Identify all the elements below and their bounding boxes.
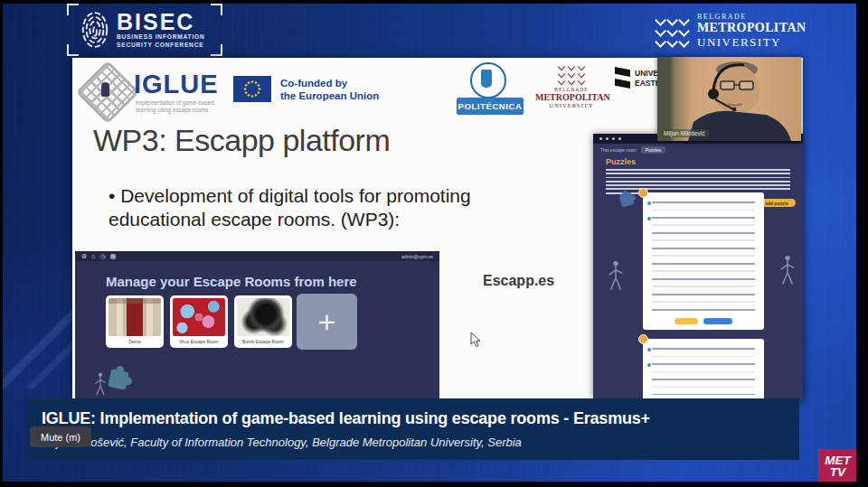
puzzle-form-card (643, 192, 764, 330)
talk-title: IGLUE: Implementation of game-based lear… (42, 409, 650, 428)
bmu-slide-line2: METROPOLITAN (535, 92, 608, 102)
corner-bracket (67, 44, 79, 56)
eu-stars-icon (233, 76, 271, 102)
mouse-cursor-icon (470, 332, 482, 348)
submit-puzzle-button[interactable] (703, 318, 732, 324)
room-card-label: Bomb Escape Room (237, 339, 289, 344)
corner-bracket (211, 4, 222, 15)
lower-third-banner: IGLUE: Implementation of game-based lear… (25, 398, 799, 460)
add-room-button[interactable]: + (297, 294, 357, 350)
escapp-puzzles-window: This escape room Puzzles Puzzles add puz… (593, 134, 803, 400)
window-dot-icon[interactable] (606, 137, 609, 140)
frame-bar-right (856, 0, 868, 487)
window-dot-icon[interactable] (599, 137, 602, 140)
room-thumbnail-virus (173, 298, 225, 336)
corner-bracket (67, 4, 79, 15)
home-icon[interactable]: ⌂ (91, 253, 95, 259)
bisec-title: BISEC (117, 11, 205, 33)
field-status-icon (647, 201, 651, 205)
eu-cofunded-line2: the European Union (280, 89, 379, 102)
room-card-label: Virus Escape Room (173, 339, 225, 344)
window-dot-icon[interactable] (618, 137, 621, 140)
puzzles-heading: Puzzles (606, 157, 636, 166)
slide-title: WP3: Escapp platform (93, 123, 390, 158)
form-fields-skeleton[interactable] (652, 348, 755, 395)
escape-room-card-virus[interactable]: Virus Escape Room (170, 295, 228, 348)
puzzles-description-text (606, 169, 790, 192)
escapp-rooms-screenshot: ⚙ ⌂ ◷ ▦ admin@upm.es Manage your Escape … (75, 251, 439, 400)
breadcrumb-current-tab[interactable]: Puzzles (641, 146, 666, 154)
stick-figure-icon (608, 258, 624, 295)
bmu-chevrons-icon (655, 14, 690, 47)
fingerprint-icon (80, 8, 110, 52)
field-status-icon (647, 363, 651, 367)
bmu-line1: BELGRADE (697, 13, 806, 21)
video-frame: BISEC BUSINESS INFORMATION SECURITY CONF… (0, 0, 868, 487)
stick-figure-icon (93, 372, 108, 398)
bmu-slide-logo: BELGRADE METROPOLITAN UNIVERSITY (535, 63, 608, 108)
puzzles-breadcrumb: This escape room Puzzles (600, 146, 665, 154)
politecnica-crest-icon (481, 70, 492, 88)
stick-figure-icon (779, 253, 796, 289)
bisec-subtitle-line2: SECURITY CONFERENCE (117, 42, 205, 50)
rooms-heading: Manage your Escape Rooms from here (106, 274, 357, 289)
grid-icon[interactable]: ▦ (110, 253, 117, 260)
politecnica-logo-label: POLITÉCNICA (457, 98, 524, 115)
bmu-red-chevrons-icon (557, 63, 587, 85)
puzzle-form-card (643, 339, 764, 400)
bisec-conference-logo: BISEC BUSINESS INFORMATION SECURITY CONF… (67, 4, 222, 56)
frame-bar-top (0, 0, 868, 4)
bmu-line2: METROPOLITAN (697, 21, 806, 35)
room-thumbnail-bomb (237, 298, 289, 336)
bmu-slide-line3: UNIVERSITY (535, 102, 608, 108)
puzzle-number-badge (638, 334, 648, 344)
bisec-subtitle-line1: BUSINESS INFORMATION (117, 33, 205, 42)
iglue-logo-title: IGLUE (134, 70, 219, 99)
uef-flag-icon (615, 67, 630, 90)
account-label[interactable]: admin@upm.es (401, 254, 433, 259)
puzzle-piece-icon (619, 192, 635, 208)
rooms-app-toolbar: ⚙ ⌂ ◷ ▦ admin@upm.es (75, 251, 439, 261)
frame-bar-left (0, 0, 3, 487)
mute-tooltip[interactable]: Mute (m) (30, 426, 91, 447)
speaker-affiliation: Miljan Milošević, Faculty of Information… (42, 435, 522, 449)
bmu-university-logo: BELGRADE METROPOLITAN UNIVERSITY (655, 7, 808, 54)
frame-bar-bottom (0, 482, 868, 487)
puzzle-number-badge (638, 188, 648, 198)
presenter-webcam: Miljan Milošević (657, 57, 801, 141)
mettv-logo: MET TV (818, 449, 857, 486)
form-fields-skeleton[interactable] (652, 201, 755, 312)
save-puzzle-button[interactable] (675, 318, 698, 324)
room-thumbnail-demo (108, 298, 161, 336)
bmu-line3: UNIVERSITY (697, 35, 806, 50)
window-dot-icon[interactable] (612, 137, 615, 140)
clock-icon[interactable]: ◷ (100, 253, 106, 260)
room-card-label: Demo (108, 339, 161, 344)
webcam-name-label: Miljan Milošević (660, 129, 709, 137)
breadcrumb-root[interactable]: This escape room (600, 147, 637, 153)
iglue-keyhole-icon (101, 82, 109, 97)
field-status-icon (647, 348, 651, 351)
slide-bullet: Development of digital tools for promoti… (108, 184, 533, 232)
escape-room-card-bomb[interactable]: Bomb Escape Room (234, 295, 292, 348)
mettv-line2: TV (818, 467, 857, 479)
field-status-icon (647, 217, 651, 220)
corner-bracket (211, 44, 222, 56)
gear-icon[interactable]: ⚙ (81, 253, 87, 260)
escape-room-card-demo[interactable]: Demo (106, 295, 164, 348)
iglue-tagline-line2: learning using escape rooms (136, 107, 209, 113)
eu-flag-icon (233, 76, 271, 102)
puzzle-piece-icon (108, 369, 129, 390)
escapp-url-label: Escapp.es (483, 273, 554, 289)
iglue-tagline-line1: Implementation of game-based (136, 99, 214, 106)
eu-cofunded-line1: Co-funded by (280, 77, 379, 89)
